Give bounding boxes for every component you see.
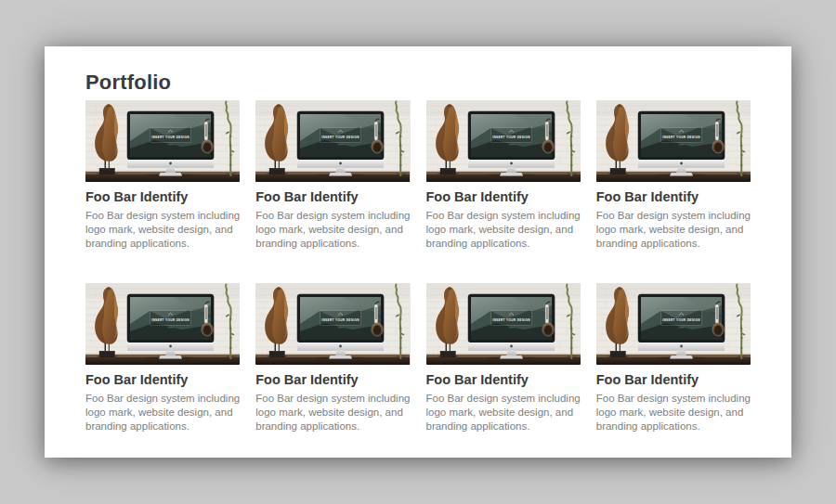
- imac-mockup-image: [85, 283, 240, 365]
- imac-mockup-image: [426, 100, 581, 182]
- project-title: Foo Bar Identify: [596, 189, 751, 204]
- portfolio-card[interactable]: Foo Bar Identify Foo Bar design system i…: [255, 283, 410, 433]
- project-thumbnail[interactable]: [596, 100, 751, 182]
- project-thumbnail[interactable]: [85, 283, 240, 365]
- project-thumbnail[interactable]: [426, 283, 581, 365]
- portfolio-grid: Foo Bar Identify Foo Bar design system i…: [85, 100, 751, 433]
- portfolio-card[interactable]: Foo Bar Identify Foo Bar design system i…: [255, 100, 410, 251]
- imac-mockup-image: [426, 283, 581, 365]
- portfolio-card[interactable]: Foo Bar Identify Foo Bar design system i…: [596, 283, 751, 433]
- imac-mockup-image: [596, 100, 751, 182]
- project-thumbnail[interactable]: [85, 100, 240, 182]
- project-description: Foo Bar design system including logo mar…: [255, 392, 410, 433]
- content-panel: Portfolio Foo Bar Identify Foo Bar desig…: [45, 46, 791, 458]
- project-description: Foo Bar design system including logo mar…: [596, 209, 751, 251]
- project-thumbnail[interactable]: [255, 100, 410, 182]
- project-title: Foo Bar Identify: [85, 372, 240, 387]
- portfolio-card[interactable]: Foo Bar Identify Foo Bar design system i…: [85, 100, 240, 251]
- portfolio-card[interactable]: Foo Bar Identify Foo Bar design system i…: [596, 100, 751, 251]
- imac-mockup-image: [596, 283, 751, 365]
- project-title: Foo Bar Identify: [426, 372, 581, 387]
- project-thumbnail[interactable]: [426, 100, 581, 182]
- project-description: Foo Bar design system including logo mar…: [85, 392, 240, 433]
- portfolio-card[interactable]: Foo Bar Identify Foo Bar design system i…: [85, 283, 240, 433]
- imac-mockup-image: [85, 100, 240, 182]
- project-thumbnail[interactable]: [255, 283, 410, 365]
- portfolio-card[interactable]: Foo Bar Identify Foo Bar design system i…: [426, 100, 581, 251]
- project-title: Foo Bar Identify: [255, 189, 410, 204]
- project-thumbnail[interactable]: [596, 283, 751, 365]
- imac-mockup-image: [255, 283, 410, 365]
- project-description: Foo Bar design system including logo mar…: [85, 209, 240, 251]
- project-title: Foo Bar Identify: [596, 372, 751, 387]
- page-title: Portfolio: [85, 72, 751, 92]
- project-title: Foo Bar Identify: [426, 189, 581, 204]
- project-description: Foo Bar design system including logo mar…: [426, 392, 581, 433]
- project-title: Foo Bar Identify: [85, 189, 240, 204]
- project-description: Foo Bar design system including logo mar…: [426, 209, 581, 251]
- portfolio-card[interactable]: Foo Bar Identify Foo Bar design system i…: [426, 283, 581, 433]
- project-description: Foo Bar design system including logo mar…: [596, 392, 751, 433]
- project-description: Foo Bar design system including logo mar…: [255, 209, 410, 251]
- imac-mockup-image: [255, 100, 410, 182]
- project-title: Foo Bar Identify: [255, 372, 410, 387]
